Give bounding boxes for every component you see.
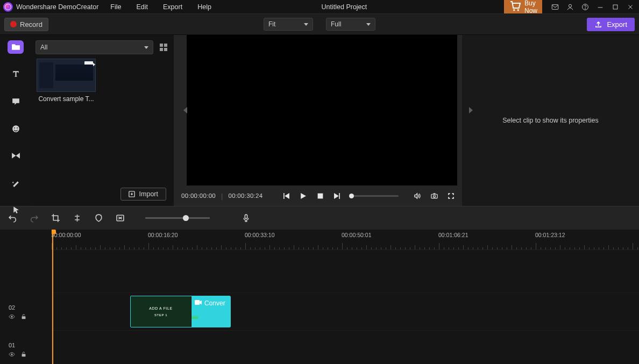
minimize-icon[interactable] [593,0,608,13]
chevron-down-icon [366,23,371,26]
record-button[interactable]: Record [4,18,48,31]
app-logo-icon [3,2,13,12]
time-divider: | [221,192,223,200]
track-1-label: 01 [9,342,51,348]
record-dot-icon [10,21,17,27]
ruler-label: 00:01:23:12 [535,232,565,238]
crop-button[interactable] [49,212,61,224]
split-button[interactable] [71,212,83,224]
timeline-clip[interactable]: ADD A FILE STEP 1 Conver [130,296,231,327]
track-row-2[interactable]: ADD A FILE STEP 1 Conver [52,293,639,331]
clip-thumbnail: ADD A FILE STEP 1 [131,296,191,327]
svg-rect-21 [22,316,26,319]
marker-button[interactable] [93,212,104,224]
media-clip-item[interactable]: Convert sample T... [37,59,96,103]
voiceover-button[interactable] [240,212,252,224]
svg-point-20 [11,316,12,317]
chevron-down-icon [144,46,148,49]
video-badge-icon [195,299,202,305]
ruler-label: 00:01:06:21 [438,232,468,238]
timeline-ruler[interactable]: 00:00:00:00 00:00:16:20 00:00:33:10 00:0… [52,230,639,250]
media-clip-thumbnail [37,59,96,92]
undo-button[interactable] [6,212,18,224]
svg-point-0 [513,10,515,11]
total-time: 00:00:30:24 [228,192,262,199]
transition-icon[interactable] [8,149,24,162]
timeline-track-labels: 02 01 [0,230,52,364]
panel-collapse-left-icon[interactable] [183,107,187,113]
media-filter-dropdown[interactable]: All [36,40,153,54]
clip-thumb-subtext: STEP 1 [154,313,167,317]
track-row-1[interactable] [52,331,639,364]
unlock-icon[interactable] [20,313,27,320]
account-icon[interactable] [563,0,578,13]
export-icon [594,20,602,28]
ruler-label: 00:00:16:20 [148,232,178,238]
timeline: 02 01 00:00:00:00 00:00:16:20 00:00:33:1… [0,230,639,364]
import-button[interactable]: Import [120,188,166,201]
fit-screen-button[interactable] [114,212,126,224]
menu-edit[interactable]: Edit [136,3,148,11]
svg-rect-11 [164,44,167,47]
stop-button[interactable] [315,190,326,202]
svg-point-5 [585,8,586,9]
track-row-empty[interactable] [52,250,639,293]
import-icon [129,191,135,197]
zoom-slider[interactable] [145,217,210,219]
visibility-icon[interactable] [9,351,15,358]
unlock-icon[interactable] [20,351,27,358]
project-title: Untitled Project [184,3,504,11]
media-library-icon[interactable] [8,40,24,54]
svg-point-22 [11,353,12,355]
redo-button[interactable] [28,212,40,224]
snapshot-button[interactable] [428,190,439,202]
track-1-header: 01 [0,331,51,364]
panel-collapse-right-icon[interactable] [469,107,473,113]
svg-point-17 [433,195,435,197]
record-label: Record [20,20,42,28]
playback-progress[interactable] [350,195,399,197]
preview-panel: 00:00:00:00 | 00:00:30:24 [174,35,462,206]
svg-rect-16 [431,194,437,198]
clip-label: Conver [204,299,225,307]
media-panel: All Convert sample T... Import [31,35,174,206]
export-button[interactable]: Export [587,18,635,31]
playhead[interactable] [52,230,53,364]
play-button[interactable] [297,190,309,202]
timeline-track-area[interactable]: 00:00:00:00 00:00:16:20 00:00:33:10 00:0… [52,230,639,364]
svg-point-9 [17,127,18,129]
grid-view-icon[interactable] [158,41,169,53]
menu-bar: Wondershare DemoCreator File Edit Export… [0,0,639,13]
cart-icon [509,0,522,13]
preview-video-area[interactable] [187,35,457,185]
svg-rect-19 [245,215,247,218]
fit-dropdown[interactable]: Fit [264,18,313,31]
full-dropdown[interactable]: Full [326,18,375,31]
progress-knob-icon[interactable] [349,194,354,198]
menu-file[interactable]: File [110,3,121,11]
visibility-icon[interactable] [9,313,15,320]
next-frame-button[interactable] [331,190,343,202]
media-filter-label: All [40,44,47,51]
mail-icon[interactable] [548,0,563,13]
svg-rect-12 [160,48,163,51]
close-icon[interactable] [623,0,638,13]
timeline-toolbar [0,206,639,230]
text-icon[interactable] [8,68,24,81]
zoom-knob-icon[interactable] [183,215,189,221]
effects-icon[interactable] [8,176,24,190]
svg-rect-10 [160,44,163,47]
maximize-icon[interactable] [608,0,623,13]
secondary-toolbar: Record Fit Full Export [0,13,639,35]
sticker-icon[interactable] [8,122,24,135]
previous-frame-button[interactable] [281,190,292,202]
menu-export[interactable]: Export [163,3,182,11]
volume-button[interactable] [411,190,423,202]
chevron-down-icon [304,23,308,26]
properties-placeholder: Select clip to show its properties [502,117,599,124]
clip-thumb-text: ADD A FILE [149,306,172,310]
full-label: Full [331,20,341,28]
fullscreen-button[interactable] [445,190,457,202]
help-icon[interactable] [578,0,593,13]
caption-icon[interactable] [8,95,24,108]
